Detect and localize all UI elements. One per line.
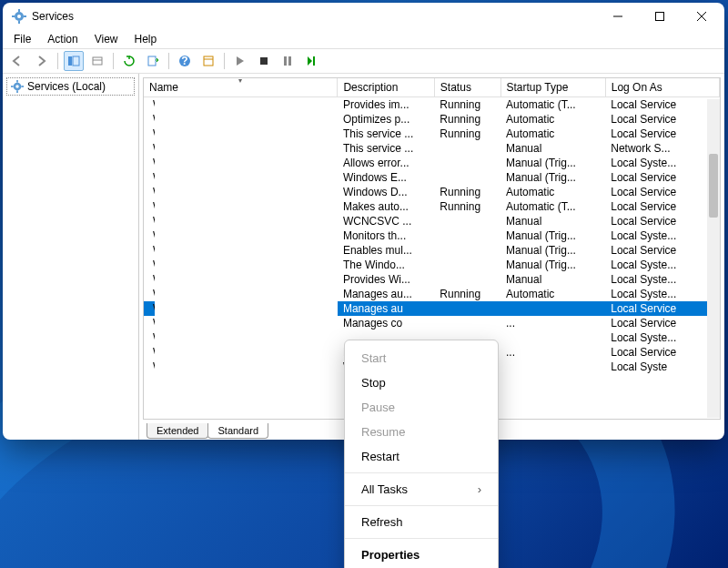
ctx-resume: Resume bbox=[345, 420, 498, 444]
restart-service-button[interactable] bbox=[301, 51, 321, 71]
svc-logon: Local Service bbox=[605, 97, 719, 113]
pause-service-button[interactable] bbox=[278, 51, 298, 71]
stop-service-button[interactable] bbox=[254, 51, 274, 71]
back-button[interactable] bbox=[8, 51, 28, 71]
svc-logon: Local Service bbox=[605, 170, 719, 185]
ctx-all-tasks[interactable]: All Tasks bbox=[345, 477, 498, 502]
help-button[interactable]: ? bbox=[175, 51, 195, 71]
svc-desc: Manages co bbox=[338, 316, 434, 330]
svc-desc: WCNCSVC ... bbox=[338, 214, 434, 228]
svg-rect-12 bbox=[93, 57, 102, 65]
table-row[interactable]: Windows Audio Endpoint B...Manages au...… bbox=[144, 287, 720, 301]
svg-rect-11 bbox=[73, 56, 79, 66]
svc-name: Web Management bbox=[153, 360, 155, 373]
table-row[interactable]: Windows Event CollectorThis service ...M… bbox=[144, 141, 720, 156]
tab-extended[interactable]: Extended bbox=[147, 423, 208, 439]
svc-logon: Local Syste... bbox=[605, 156, 719, 170]
menu-file[interactable]: File bbox=[6, 31, 38, 47]
svg-rect-7 bbox=[656, 13, 664, 21]
export-list-button[interactable] bbox=[143, 51, 163, 71]
svc-startup: Manual (Trig... bbox=[500, 170, 605, 185]
table-row[interactable]: Windows Encryption Provid...Windows E...… bbox=[144, 170, 720, 185]
maximize-button[interactable] bbox=[639, 3, 681, 30]
ctx-start: Start bbox=[345, 346, 498, 370]
table-row[interactable]: Windows Image Acquisitio...Provides im..… bbox=[144, 97, 720, 113]
svc-desc: Monitors th... bbox=[338, 228, 434, 243]
toolbar-separator bbox=[224, 53, 225, 69]
svc-name: Windows Connect Now - C... bbox=[153, 215, 155, 228]
ctx-stop[interactable]: Stop bbox=[345, 370, 498, 395]
svc-desc: Manages au bbox=[338, 301, 434, 316]
menu-view[interactable]: View bbox=[87, 31, 126, 47]
scrollbar-thumb[interactable] bbox=[709, 154, 718, 218]
refresh-button[interactable] bbox=[119, 51, 139, 71]
svc-status: Running bbox=[434, 97, 500, 113]
col-header-logon[interactable]: Log On As bbox=[605, 78, 719, 97]
svc-startup: Automatic bbox=[500, 112, 605, 127]
svc-name: Windows Event Collector bbox=[153, 142, 155, 155]
svc-desc: Windows D... bbox=[338, 185, 434, 199]
col-header-name[interactable]: ▾Name bbox=[144, 78, 338, 97]
table-row[interactable]: Windows Event LogThis service ...Running… bbox=[144, 127, 720, 141]
export-button[interactable] bbox=[87, 51, 107, 71]
svc-name: WebClient bbox=[153, 346, 155, 359]
svc-name: Windows Image Acquisitio... bbox=[153, 98, 155, 111]
svc-logon: Local Syste... bbox=[605, 287, 719, 301]
menu-help[interactable]: Help bbox=[127, 31, 165, 47]
svc-status bbox=[434, 258, 500, 272]
tab-standard[interactable]: Standard bbox=[207, 423, 268, 439]
toolbar: ? bbox=[3, 48, 724, 74]
titlebar[interactable]: Services bbox=[3, 3, 724, 30]
ctx-refresh[interactable]: Refresh bbox=[345, 510, 498, 534]
tree-root-services-local[interactable]: Services (Local) bbox=[6, 77, 135, 96]
svc-name: Wi-Fi Direct Services Conne... bbox=[153, 317, 155, 330]
svc-startup: Automatic bbox=[500, 287, 605, 301]
ctx-properties[interactable]: Properties bbox=[345, 543, 498, 567]
svc-logon: Local Syste... bbox=[605, 228, 719, 243]
col-header-startup[interactable]: Startup Type bbox=[500, 78, 605, 97]
table-row[interactable]: Windows Defender FirewallWindows D...Run… bbox=[144, 185, 720, 199]
col-header-status[interactable]: Status bbox=[434, 78, 500, 97]
svc-status: Running bbox=[434, 112, 500, 127]
table-row[interactable]: Windows Biometric ServiceThe Windo...Man… bbox=[144, 258, 720, 272]
table-row[interactable]: Wi-Fi Direct Services Conne...Manages co… bbox=[144, 316, 720, 330]
console-tree[interactable]: Services (Local) bbox=[3, 74, 139, 440]
context-menu[interactable]: Start Stop Pause Resume Restart All Task… bbox=[344, 340, 499, 568]
table-row[interactable]: Windows BackupProvides Wi...ManualLocal … bbox=[144, 272, 720, 287]
table-row[interactable]: Windows Connection Mana...Makes auto...R… bbox=[144, 199, 720, 214]
svc-status bbox=[434, 316, 500, 330]
svc-startup: Manual bbox=[500, 141, 605, 156]
menu-action[interactable]: Action bbox=[40, 31, 85, 47]
svc-name: Windows Defender Firewall bbox=[153, 186, 155, 198]
menu-separator bbox=[345, 505, 498, 506]
table-row[interactable]: Windows AudioManages auLocal Service bbox=[144, 301, 720, 316]
svc-logon: Local Service bbox=[605, 243, 719, 258]
show-hide-tree-button[interactable] bbox=[64, 51, 84, 71]
svc-startup: Manual (Trig... bbox=[500, 228, 605, 243]
menubar: File Action View Help bbox=[3, 30, 724, 48]
table-row[interactable]: Windows Font Cache ServiceOptimizes p...… bbox=[144, 112, 720, 127]
vertical-scrollbar[interactable] bbox=[707, 99, 720, 418]
svc-desc: Enables mul... bbox=[338, 243, 434, 258]
svc-name: Windows Audio Endpoint B... bbox=[153, 288, 155, 300]
svc-logon: Local Service bbox=[605, 127, 719, 141]
start-service-button[interactable] bbox=[230, 51, 250, 71]
close-button[interactable] bbox=[681, 3, 723, 30]
table-row[interactable]: Windows Camera Frame Se...Monitors th...… bbox=[144, 228, 720, 243]
svc-name: Windows Connection Mana... bbox=[153, 200, 155, 213]
svc-startup: Automatic (T... bbox=[500, 199, 605, 214]
svc-desc: Windows E... bbox=[338, 170, 434, 185]
col-header-description[interactable]: Description bbox=[338, 78, 434, 97]
table-row[interactable]: Windows Error Reporting Se...Allows erro… bbox=[144, 156, 720, 170]
properties-button[interactable] bbox=[198, 51, 218, 71]
svc-name: Windows Error Reporting Se... bbox=[153, 157, 155, 169]
ctx-restart[interactable]: Restart bbox=[345, 444, 498, 469]
svc-desc: Makes auto... bbox=[338, 199, 434, 214]
forward-button[interactable] bbox=[32, 51, 52, 71]
svc-startup: Manual (Trig... bbox=[500, 258, 605, 272]
svc-startup bbox=[500, 360, 605, 374]
table-row[interactable]: Windows Connect Now - C...WCNCSVC ...Man… bbox=[144, 214, 720, 228]
minimize-button[interactable] bbox=[597, 3, 639, 30]
table-row[interactable]: Windows Camera Frame Se...Enables mul...… bbox=[144, 243, 720, 258]
svc-desc: Provides im... bbox=[338, 97, 434, 113]
